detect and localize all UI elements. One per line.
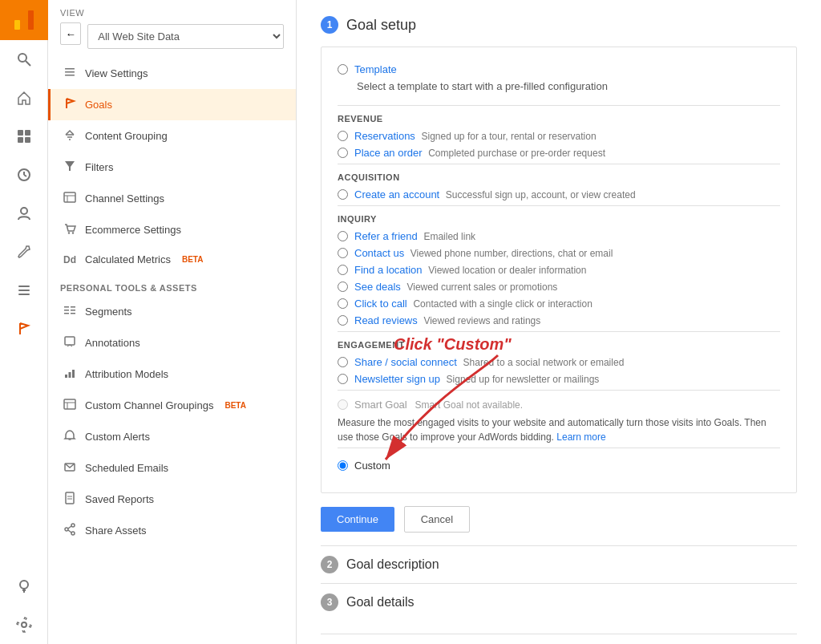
click-to-call-option[interactable]: Click to call Contacted with a single cl…	[338, 298, 780, 310]
reports-nav-icon[interactable]	[0, 117, 48, 156]
click-to-call-radio[interactable]	[338, 298, 348, 309]
custom-channel-icon	[63, 398, 77, 413]
sidebar-item-custom-channel-groupings[interactable]: Custom Channel Groupings BETA	[48, 390, 296, 421]
tools-nav-icon[interactable]	[0, 233, 48, 271]
clock-nav-icon[interactable]	[0, 156, 48, 194]
svg-line-54	[68, 526, 71, 529]
svg-rect-23	[65, 75, 75, 76]
place-order-option[interactable]: Place an order Completed purchase or pre…	[338, 147, 780, 159]
svg-rect-14	[18, 290, 30, 291]
svg-rect-28	[64, 192, 75, 202]
scheduled-emails-icon	[63, 460, 77, 476]
read-reviews-radio[interactable]	[338, 315, 348, 326]
share-social-radio[interactable]	[338, 357, 348, 367]
view-selector[interactable]: All Web Site Data	[87, 24, 284, 49]
step3-collapsed[interactable]: 3 Goal details	[321, 583, 797, 621]
bulb-nav-icon[interactable]	[0, 567, 48, 606]
share-assets-icon	[63, 523, 77, 538]
step3-title: Goal details	[346, 595, 415, 610]
svg-point-16	[20, 581, 28, 589]
person-nav-icon[interactable]	[0, 194, 48, 233]
sidebar-item-label: Attribution Models	[85, 368, 168, 380]
settings-icon	[63, 66, 77, 81]
place-order-radio[interactable]	[338, 148, 348, 158]
sidebar-item-segments[interactable]: Segments	[48, 296, 296, 327]
sidebar-item-content-grouping[interactable]: Content Grouping	[48, 120, 296, 152]
svg-rect-8	[25, 137, 30, 143]
find-location-radio[interactable]	[338, 265, 348, 275]
beta-badge: BETA	[182, 255, 203, 264]
contact-us-label: Contact us Viewed phone number, directio…	[354, 247, 613, 259]
create-account-desc: Successful sign up, account, or view cre…	[446, 189, 636, 200]
reports2-nav-icon[interactable]	[0, 271, 48, 310]
svg-rect-21	[65, 68, 75, 70]
content-grouping-icon	[63, 128, 77, 144]
home-nav-icon[interactable]	[0, 79, 48, 117]
continue-button[interactable]: Continue	[321, 507, 394, 532]
learn-more-link[interactable]: Learn more	[556, 431, 605, 443]
svg-rect-5	[18, 130, 23, 136]
refer-friend-option[interactable]: Refer a friend Emailed link	[338, 230, 780, 242]
sidebar-item-label: Filters	[85, 161, 113, 173]
sidebar-item-saved-reports[interactable]: Saved Reports	[48, 484, 296, 515]
reservations-radio[interactable]	[338, 131, 348, 141]
template-label[interactable]: Template	[354, 63, 397, 75]
sidebar-item-view-settings[interactable]: View Settings	[48, 58, 296, 89]
sidebar-item-label: Goals	[85, 99, 112, 111]
find-location-option[interactable]: Find a location Viewed location or deale…	[338, 264, 780, 276]
svg-line-4	[26, 61, 30, 66]
create-account-option[interactable]: Create an account Successful sign up, ac…	[338, 188, 780, 200]
refer-friend-radio[interactable]	[338, 231, 348, 241]
sidebar-item-share-assets[interactable]: Share Assets	[48, 515, 296, 546]
custom-radio[interactable]	[338, 460, 348, 471]
cancel-button[interactable]: Cancel	[404, 506, 470, 533]
sidebar-item-label: View Settings	[85, 67, 148, 79]
sidebar-item-calculated-metrics[interactable]: Dd Calculated Metrics BETA	[48, 245, 296, 273]
svg-rect-34	[64, 310, 69, 311]
svg-rect-37	[71, 310, 75, 311]
custom-option-section: Custom Click "Custom"	[338, 448, 780, 472]
engagement-category: ENGAGEMENT	[338, 331, 780, 350]
contact-us-radio[interactable]	[338, 248, 348, 258]
sidebar-item-attribution-models[interactable]: Attribution Models	[48, 358, 296, 390]
step2-collapsed[interactable]: 2 Goal description	[321, 545, 797, 583]
custom-radio-option[interactable]: Custom Click "Custom"	[338, 460, 780, 472]
create-account-label: Create an account Successful sign up, ac…	[354, 188, 636, 200]
reservations-option[interactable]: Reservations Signed up for a tour, renta…	[338, 130, 780, 142]
template-option[interactable]: Template	[338, 63, 780, 75]
flag-nav-icon[interactable]	[0, 310, 48, 348]
sidebar-item-annotations[interactable]: Annotations	[48, 327, 296, 358]
action-buttons: Continue Cancel	[321, 506, 797, 533]
sidebar-item-custom-alerts[interactable]: Custom Alerts	[48, 421, 296, 452]
back-button[interactable]: ←	[60, 22, 81, 45]
svg-rect-38	[71, 313, 75, 314]
gear-nav-icon[interactable]	[0, 606, 48, 644]
sidebar-item-filters[interactable]: Filters	[48, 152, 296, 183]
custom-label[interactable]: Custom	[354, 460, 390, 472]
smart-goal-section: Smart Goal Smart Goal not available. Mea…	[338, 390, 780, 444]
newsletter-radio[interactable]	[338, 374, 348, 384]
svg-point-12	[21, 208, 27, 214]
svg-point-32	[72, 232, 74, 233]
sidebar-item-label: Ecommerce Settings	[85, 224, 181, 236]
step2-title: Goal description	[346, 557, 439, 572]
newsletter-option[interactable]: Newsletter sign up Signed up for newslet…	[338, 373, 780, 385]
newsletter-label: Newsletter sign up Signed up for newslet…	[354, 373, 599, 385]
personal-section-label: PERSONAL TOOLS & ASSETS	[48, 273, 296, 296]
see-deals-radio[interactable]	[338, 281, 348, 292]
sidebar-item-scheduled-emails[interactable]: Scheduled Emails	[48, 452, 296, 484]
read-reviews-option[interactable]: Read reviews Viewed reviews and ratings	[338, 314, 780, 326]
see-deals-option[interactable]: See deals Viewed current sales or promot…	[338, 281, 780, 293]
sidebar-item-ecommerce-settings[interactable]: Ecommerce Settings	[48, 214, 296, 245]
sidebar-item-channel-settings[interactable]: Channel Settings	[48, 183, 296, 214]
search-nav-icon[interactable]	[0, 40, 48, 79]
sidebar-item-goals[interactable]: Goals	[48, 89, 296, 120]
template-radio[interactable]	[338, 64, 348, 75]
svg-rect-22	[65, 71, 75, 73]
share-social-option[interactable]: Share / social connect Shared to a socia…	[338, 356, 780, 368]
create-account-radio[interactable]	[338, 189, 348, 200]
contact-us-option[interactable]: Contact us Viewed phone number, directio…	[338, 247, 780, 259]
share-social-desc: Shared to a social network or emailed	[463, 357, 625, 368]
see-deals-label: See deals Viewed current sales or promot…	[354, 281, 557, 293]
svg-rect-39	[65, 337, 75, 345]
